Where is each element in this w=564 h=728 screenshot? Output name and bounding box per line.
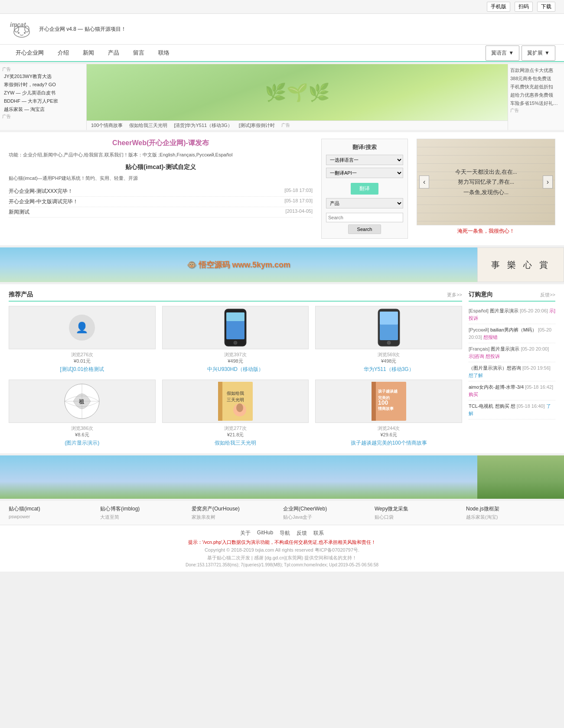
nav-news[interactable]: 新闻 (76, 45, 101, 61)
banner-link-3[interactable]: [测试]寒假倒计时 (239, 122, 275, 129)
footer-nav-sitemap[interactable]: 导航 (280, 530, 290, 537)
footer-sub-2[interactable]: 家族亲友树 (192, 514, 281, 520)
product-item-1[interactable]: 浏览397次 ¥498元 中兴U930HD（移动版） (162, 306, 309, 373)
banner-left-item-2[interactable]: ZYW — 少儿英语白皮书 (2, 89, 84, 97)
svg-text:假如给我: 假如给我 (227, 391, 244, 396)
svg-point-5 (24, 32, 26, 34)
banner-right-2[interactable]: 手机费快充超低折扣 (510, 83, 562, 91)
footer-nav-about[interactable]: 关于 (240, 530, 251, 537)
nav-messages[interactable]: 留言 (126, 45, 151, 61)
footer-nav-contact[interactable]: 联系 (313, 530, 324, 537)
imcat-desc: 贴心猫(imcat)—通用PHP建站系统！简约、实用、轻量、开源 (9, 175, 313, 182)
footer-nav-github[interactable]: GitHub (257, 530, 273, 537)
footer-main-4[interactable]: Wepy微龙采集 (375, 505, 464, 513)
prev-arrow[interactable]: ‹ (419, 176, 429, 188)
product-item-0[interactable]: 👤 浏览276次 ¥0.01元 [测试]0.01价格测试 (9, 306, 156, 373)
products-title: 推荐产品 (9, 291, 33, 299)
banner-decoration: 🌿🌱🌿 (265, 82, 330, 103)
order-action-4[interactable]: 购买 (469, 392, 478, 397)
product-item-3[interactable]: 祖 浏览386次 ¥8.6元 (图片显示演示) (9, 380, 156, 447)
footer-sub-0[interactable]: pswpower (9, 514, 98, 519)
footer-main-0[interactable]: 贴心猫(imcat) (9, 505, 98, 513)
footer-sub-3[interactable]: 贴心Java盒子 (283, 514, 372, 520)
api-select[interactable]: 一翻译API一 (326, 168, 403, 178)
banner-link-0[interactable]: 100个情商故事 (91, 122, 123, 129)
footer-main-5[interactable]: Node.js微框架 (466, 505, 555, 513)
product-select[interactable]: 产品 (326, 198, 403, 208)
mobile-btn[interactable]: 手机版 (487, 2, 510, 12)
footer-main-3[interactable]: 企业网(CheerWeb) (283, 505, 372, 513)
lang-dropdown[interactable]: 翼语言 ▼ (486, 46, 519, 61)
translate-btn[interactable]: 翻译 (351, 183, 378, 195)
banner-left-item-4[interactable]: 越乐家装 — 淘宝店 (2, 105, 84, 114)
header: imcat 开心企业网 v4.8 — 贴心猫开源项目！ (0, 14, 564, 45)
footer-main-2[interactable]: 爱窝房产(OurHouse) (192, 505, 281, 513)
next-arrow[interactable]: › (543, 176, 553, 188)
order-action-1[interactable]: 想报错 (483, 335, 498, 340)
footer-col-3: 企业网(CheerWeb) 贴心Java盒子 (283, 505, 372, 520)
product-item-4[interactable]: 假如给我 三天光明 浏览277次 ¥21.8元 假如给我三天光明 (162, 380, 309, 447)
product-views-0: 浏览276次 (9, 351, 156, 358)
ext-dropdown[interactable]: 翼扩展 ▼ (522, 46, 555, 61)
banner-right-0[interactable]: 百款网游点卡大优惠 (510, 66, 562, 75)
banner-link-2[interactable]: [清货]华为Y511（移动3G） (174, 122, 232, 129)
nav-contact[interactable]: 联络 (151, 45, 176, 61)
product-name-4: 假如给我三天光明 (162, 439, 309, 447)
footer-sub-4[interactable]: 贴心口袋 (375, 514, 464, 520)
search-input[interactable] (326, 213, 403, 222)
products-header: 推荐产品 更多>> (9, 291, 462, 302)
footer-nav-feedback[interactable]: 反馈 (297, 530, 307, 537)
nav-products[interactable]: 产品 (101, 45, 126, 61)
footer-main-1[interactable]: 贴心博客(imblog) (100, 505, 189, 513)
order-action2-3[interactable]: 想了解 (469, 373, 483, 378)
logo-icon: imcat (9, 18, 35, 40)
reply-link[interactable]: 反馈>> (540, 292, 555, 298)
orders-sidebar: 订购意向 反馈>> [Español] 图片显示演示 [05-20 20:06]… (469, 291, 555, 447)
svg-text:100: 100 (378, 399, 388, 406)
news-link-0[interactable]: 开心企业网-测试XXX完毕！ (9, 188, 73, 195)
download-btn[interactable]: 下载 (537, 2, 555, 12)
banner-left-item-1[interactable]: 寒假倒计时，ready? GO (2, 81, 84, 89)
product-views-3: 浏览386次 (9, 425, 156, 432)
nav-about[interactable]: 介绍 (51, 45, 76, 61)
banner-right-1[interactable]: 388元商务包免费送 (510, 75, 562, 83)
order-date-5: [05-18 16:40] (517, 403, 545, 409)
banner-links: 100个情商故事 假如给我三天光明 [清货]华为Y511（移动3G） [测试]寒… (87, 120, 508, 130)
banner-right-3[interactable]: 超给力优惠券免费领 (510, 91, 562, 99)
clouds-banner-main: 🐵 悟空源码 www.5kym.com (0, 247, 477, 282)
products-more[interactable]: 更多>> (447, 292, 462, 298)
banner-link-1[interactable]: 假如给我三天光明 (129, 122, 167, 129)
phone-svg-0 (220, 308, 251, 347)
footer-sub-1[interactable]: 大道至简 (100, 514, 189, 520)
product-price-2: ¥498元 (315, 358, 462, 364)
order-action-2[interactable]: 示]咨询 想投诉 (469, 354, 500, 359)
lang-select[interactable]: 一选择语言一 (326, 155, 403, 165)
order-lang-0: [Español] (469, 308, 489, 313)
nav-home[interactable]: 开心企业网 (9, 45, 51, 61)
product-item-5[interactable]: 孩子越谈越 完美的 100 情商故事 浏览244次 ¥29.6元 孩子越谈越完美… (315, 380, 462, 447)
order-name-2: 图片显示演示 (491, 346, 519, 351)
news-link-1[interactable]: 开心企业网-中文版调试完毕！ (9, 198, 78, 205)
wiki-svg: 祖 (62, 382, 101, 421)
news-link-2[interactable]: 新闻测试 (9, 208, 29, 216)
product-item-2[interactable]: 浏览569次 ¥498元 华为Y511（移动3G） (315, 306, 462, 373)
product-label: 产品 (326, 198, 403, 211)
banner-left-item-3[interactable]: BDDHF — 大丰万人PE班 (2, 97, 84, 105)
svg-rect-19 (218, 382, 222, 421)
footer-col-1: 贴心博客(imblog) 大道至简 (100, 505, 189, 520)
bottom-banner-right (477, 455, 564, 499)
order-date-0: [05-20 20:06] (520, 308, 548, 313)
product-price-5: ¥29.6元 (315, 432, 462, 438)
order-name-3: （图片显示演示）想咨询 (469, 365, 521, 370)
scan-btn[interactable]: 扫码 (515, 2, 533, 12)
footer-sub-5[interactable]: 越乐家装(淘宝) (466, 514, 555, 520)
order-name-1: bailian男内裤（M码） (490, 327, 537, 332)
product-views-5: 浏览244次 (315, 425, 462, 432)
banner-left-item-0[interactable]: JY奖2013WY教育大选 (2, 72, 84, 81)
banner-right-4[interactable]: 车险多省15%送好礼… (510, 99, 562, 107)
bottom-banner (0, 455, 564, 499)
order-item-2: [Français] 图片显示演示 [05-20 20:00] 示]咨询 想投诉 (469, 343, 555, 362)
logo[interactable]: imcat 开心企业网 v4.8 — 贴心猫开源项目！ (9, 18, 126, 40)
search-btn[interactable]: Search (348, 224, 381, 234)
handwriting-section: 今天一天都没出去,在在... 努力写回忆录了,养在... 一条鱼,发现伤心...… (417, 139, 555, 239)
